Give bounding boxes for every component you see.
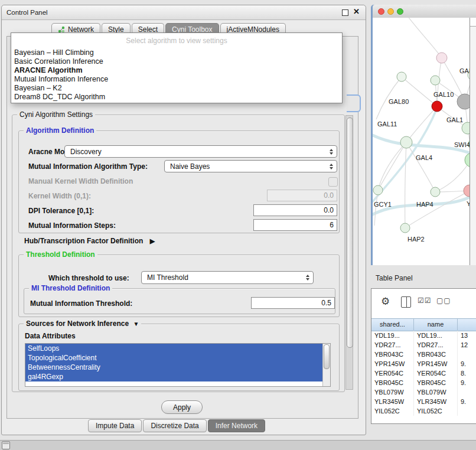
dpi-tolerance-label: DPI Tolerance [0,1]:	[28, 207, 94, 215]
combo-arrows-icon	[306, 272, 309, 283]
node-label-hap2: HAP2	[407, 236, 425, 243]
dpi-tolerance-field[interactable]: 0.0	[253, 204, 337, 216]
list-item[interactable]: TopologicalCoefficient	[25, 353, 323, 363]
network-node[interactable]	[464, 185, 470, 197]
mi-type-select[interactable]: Naive Bayes	[164, 160, 337, 172]
manual-kernel-checkbox[interactable]	[328, 177, 338, 187]
table-row[interactable]: YDL19...YDL19...13	[371, 331, 476, 340]
kernel-width-field[interactable]: 0.0	[267, 190, 337, 201]
hub-tf-label: Hub/Transcription Factor Definition	[24, 237, 143, 245]
dropdown-item[interactable]: Mutual Information Inference	[11, 75, 342, 84]
list-item[interactable]: SelfLoops	[25, 344, 323, 353]
column-header: shared...	[371, 319, 414, 331]
dropdown-item-selected[interactable]: ARACNE Algorithm	[11, 66, 342, 75]
table-row[interactable]: YDR27...YDR27...12	[371, 340, 476, 350]
status-strip	[0, 440, 476, 450]
network-node[interactable]	[436, 53, 447, 63]
table-row[interactable]: YBR043CYBR043C	[371, 350, 476, 359]
threshold-definition-group: Threshold Definition Which threshold to …	[18, 255, 340, 317]
data-attributes-label: Data Attributes	[25, 332, 76, 340]
node-label-gal1: GAL1	[446, 116, 463, 123]
scrollbar-button[interactable]	[470, 18, 476, 27]
attributes-list[interactable]: SelfLoops TopologicalCoefficient Between…	[25, 343, 331, 387]
cyni-bottom-tabs: Impute Data Discretize Data Infer Networ…	[88, 419, 265, 432]
table-row[interactable]: YBR045CYBR045C9.	[371, 378, 476, 387]
tab-discretize-data[interactable]: Discretize Data	[143, 419, 206, 432]
sources-group: Sources for Network Inference ▼ Data Att…	[18, 324, 340, 391]
node-label-swi4: SWI4	[454, 141, 470, 148]
table-row[interactable]: YLR345WYLR345W9.	[371, 397, 476, 406]
collapse-arrow-icon: ▼	[133, 321, 139, 327]
node-gal80[interactable]	[397, 72, 406, 81]
expand-arrow-icon: ▶	[150, 237, 155, 244]
network-canvas[interactable]: GAL GAL80 GAL10 GAL11 GAL1 SWI4 GAL4 GCY…	[373, 18, 470, 265]
dropdown-item[interactable]: Bayesian – Hill Climbing	[11, 48, 342, 57]
table-toolbar: ⚙ ☑☑ ▢▢	[371, 295, 476, 310]
network-node[interactable]	[431, 76, 440, 85]
node-gcy1[interactable]	[373, 185, 383, 195]
node-hap4[interactable]	[431, 187, 440, 197]
table-row[interactable]: YER054CYER054C8.	[371, 369, 476, 378]
node-gal10[interactable]	[432, 101, 442, 112]
mi-threshold-group: MI Threshold Definition Mutual Informati…	[24, 288, 335, 314]
select-all-checkboxes-icon[interactable]: ☑☑	[418, 296, 432, 305]
node-label-hap4: HAP4	[416, 201, 433, 208]
which-threshold-label: Which threshold to use:	[48, 274, 129, 282]
column-header	[458, 319, 476, 331]
table-row[interactable]: YPR145WYPR145W9.	[371, 359, 476, 369]
algorithm-definition-group: Algorithm Definition Aracne Mode: Discov…	[18, 131, 340, 233]
column-header: name	[414, 319, 458, 331]
mi-type-value: Naive Bayes	[170, 162, 210, 171]
node-hub-gray[interactable]	[457, 94, 470, 109]
node-gal1[interactable]	[462, 122, 470, 134]
table-header[interactable]: shared... name	[371, 318, 476, 331]
gear-icon[interactable]: ⚙	[381, 295, 390, 309]
dropdown-item[interactable]: Bayesian – K2	[11, 84, 342, 93]
list-item[interactable]: gal4RGexp	[25, 372, 323, 381]
hub-tf-definition-toggle[interactable]: Hub/Transcription Factor Definition ▶	[24, 237, 155, 245]
mi-threshold-label: Mutual Information Threshold:	[30, 299, 132, 308]
node-hap2[interactable]	[400, 223, 410, 233]
node-gal4[interactable]	[400, 136, 412, 148]
aracne-mode-value: Discovery	[70, 148, 102, 156]
zoom-button[interactable]	[397, 8, 403, 15]
aracne-mode-select[interactable]: Discovery	[64, 145, 337, 158]
combo-arrows-icon	[330, 146, 333, 157]
network-scrollbar[interactable]	[470, 18, 476, 265]
sources-title: Sources for Network Inference	[26, 319, 129, 328]
which-threshold-value: MI Threshold	[147, 273, 188, 282]
algorithm-combo-fragment[interactable]	[347, 94, 361, 112]
combo-arrows-icon	[330, 161, 333, 172]
tab-impute-data[interactable]: Impute Data	[88, 419, 142, 432]
mi-threshold-field[interactable]: 0.5	[251, 297, 335, 309]
scrollbar-thumb[interactable]	[324, 344, 330, 369]
sources-toggle[interactable]: Sources for Network Inference ▼	[24, 319, 141, 328]
dropdown-item[interactable]: Dream8 DC_TDC Algorithm	[11, 93, 342, 102]
minimize-button[interactable]	[387, 8, 394, 15]
column-selector-icon[interactable]	[401, 296, 411, 308]
close-button[interactable]	[378, 8, 384, 15]
which-threshold-select[interactable]: MI Threshold	[141, 271, 314, 284]
window-title: Control Panel	[6, 5, 48, 19]
table-panel-window: ⚙ ☑☑ ▢▢ shared... name YDL19...YDL19...1…	[371, 288, 476, 424]
apply-button[interactable]: Apply	[161, 400, 203, 414]
table-row[interactable]: YIL052CYIL052C	[371, 406, 476, 416]
tab-infer-network[interactable]: Infer Network	[208, 419, 265, 432]
scrollbar-thumb[interactable]	[347, 118, 353, 348]
node-label-gcy1: GCY1	[374, 201, 392, 208]
close-window-icon[interactable]: ✕	[353, 7, 360, 16]
table-body: YDL19...YDL19...13 YDR27...YDR27...12 YB…	[371, 331, 476, 416]
mi-steps-label: Mutual Information Steps:	[28, 221, 116, 230]
deselect-all-checkboxes-icon[interactable]: ▢▢	[436, 296, 451, 305]
table-row[interactable]: YBL079WYBL079W	[371, 387, 476, 397]
settings-scrollbar[interactable]	[345, 115, 353, 390]
list-item[interactable]: BetweennessCentrality	[25, 363, 323, 372]
network-node[interactable]	[465, 153, 470, 167]
dropdown-item[interactable]: Basic Correlation Inference	[11, 57, 342, 66]
list-scrollbar[interactable]	[322, 344, 330, 386]
mi-type-label: Mutual Information Algorithm Type:	[28, 162, 148, 171]
float-window-icon[interactable]	[342, 9, 348, 16]
mi-steps-field[interactable]: 6	[253, 219, 337, 231]
node-label-gal10: GAL10	[433, 91, 454, 98]
minimized-panel-icon[interactable]	[2, 441, 10, 449]
